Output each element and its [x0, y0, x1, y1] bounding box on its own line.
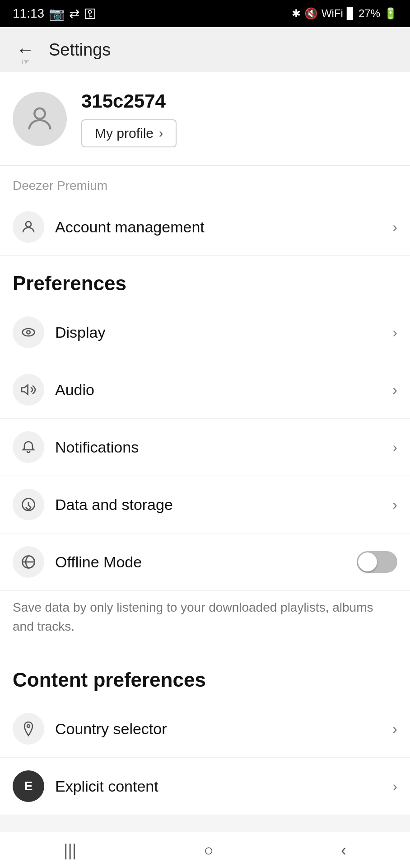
chevron-right-icon: › [392, 439, 397, 456]
sim-icon: ⇄ [69, 6, 79, 21]
chevron-right-icon: › [392, 778, 397, 795]
country-selector-item[interactable]: Country selector › [0, 700, 410, 758]
bottom-nav: ||| ○ ‹ [0, 832, 410, 868]
camera-icon: 📷 [49, 6, 65, 21]
chevron-right-icon: › [392, 324, 397, 341]
account-management-label: Account management [55, 218, 382, 236]
chevron-right-icon: › [392, 721, 397, 737]
account-management-item[interactable]: Account management › [0, 198, 410, 256]
wifi-icon: WiFi [321, 7, 343, 20]
offline-mode-item[interactable]: Offline Mode [0, 533, 410, 591]
notifications-item[interactable]: Notifications › [0, 419, 410, 476]
data-storage-label: Data and storage [55, 496, 382, 514]
svg-point-3 [27, 330, 30, 334]
display-item[interactable]: Display › [0, 304, 410, 361]
profile-section: 315c2574 My profile › [0, 72, 410, 165]
bluetooth-icon: ✱ [292, 7, 301, 20]
profile-info: 315c2574 My profile › [81, 90, 177, 147]
offline-icon [13, 546, 44, 578]
deezer-premium-label: Deezer Premium [0, 166, 410, 198]
offline-mode-label: Offline Mode [55, 553, 346, 571]
top-bar: ← ☞ Settings [0, 27, 410, 72]
status-bar: 11:13 📷 ⇄ ⚿ ✱ 🔇 WiFi ▊ 27% 🔋 [0, 0, 410, 27]
chevron-right-icon: › [392, 496, 397, 513]
my-profile-button[interactable]: My profile › [81, 119, 177, 147]
toggle-knob [358, 552, 377, 571]
country-selector-label: Country selector [55, 720, 382, 738]
explicit-content-label: Explicit content [55, 778, 382, 795]
audio-item[interactable]: Audio › [0, 361, 410, 419]
svg-point-7 [27, 725, 30, 727]
chevron-right-icon: › [392, 219, 397, 236]
eye-icon [13, 316, 44, 348]
signal-icon: ▊ [347, 7, 355, 20]
mute-icon: 🔇 [304, 7, 318, 20]
chevron-right-icon: › [392, 382, 397, 398]
audio-icon [13, 374, 44, 406]
offline-mode-toggle[interactable] [357, 551, 397, 573]
display-label: Display [55, 324, 382, 341]
nav-home-button[interactable]: ○ [186, 836, 232, 864]
download-icon [13, 489, 44, 520]
explicit-icon: E [13, 770, 44, 802]
nav-back-button[interactable]: ‹ [323, 836, 364, 864]
battery-display: 27% [359, 7, 380, 20]
offline-description: Save data by only listening to your down… [0, 591, 410, 652]
cursor-indicator: ☞ [21, 57, 29, 67]
back-button[interactable]: ← ☞ [13, 36, 38, 64]
bell-icon [13, 431, 44, 463]
audio-label: Audio [55, 381, 382, 399]
location-icon [13, 713, 44, 745]
preferences-heading: Preferences [0, 256, 410, 304]
time-display: 11:13 [13, 6, 44, 21]
battery-icon: 🔋 [384, 7, 397, 20]
data-storage-item[interactable]: Data and storage › [0, 476, 410, 533]
notifications-label: Notifications [55, 439, 382, 456]
my-profile-label: My profile [95, 126, 154, 141]
account-icon [13, 211, 44, 243]
status-left: 11:13 📷 ⇄ ⚿ [13, 6, 97, 21]
person-icon [24, 103, 56, 135]
nav-menu-button[interactable]: ||| [46, 836, 94, 864]
content-preferences-heading: Content preferences [0, 652, 410, 700]
svg-point-2 [23, 329, 35, 336]
status-right: ✱ 🔇 WiFi ▊ 27% 🔋 [292, 7, 397, 20]
username-display: 315c2574 [81, 90, 177, 112]
page-title: Settings [49, 40, 111, 60]
svg-marker-4 [22, 385, 28, 395]
chevron-right-icon: › [159, 126, 163, 141]
svg-point-1 [26, 222, 31, 227]
avatar [13, 92, 67, 146]
explicit-content-item[interactable]: E Explicit content › [0, 758, 410, 815]
key-icon: ⚿ [84, 6, 97, 21]
svg-point-0 [34, 108, 45, 119]
